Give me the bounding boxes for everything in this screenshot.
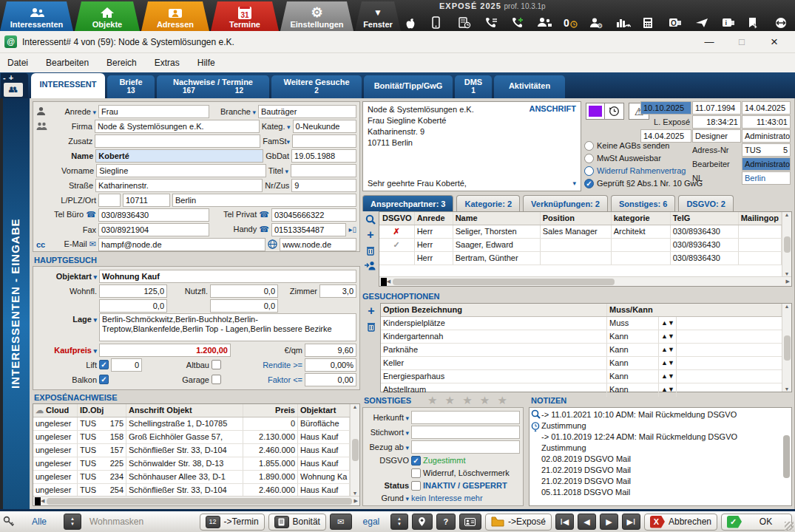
menu-hilfe[interactable]: Hilfe [197,58,215,68]
cc-label[interactable]: cc [36,240,48,249]
date-2-field[interactable]: 11.07.1994 [692,101,741,115]
faktor-field[interactable]: 0,00 [305,373,356,386]
mask-filter-stepper[interactable]: ▲▼ [64,514,81,530]
mailing-column-header[interactable]: Mailingop [739,212,782,225]
widerruf-loesch-checkbox[interactable] [411,468,421,478]
tab-dsgvo[interactable]: DSGVO: 2 [678,195,734,211]
expose-row[interactable]: ungeleser TUS157 Schönfließer Str. 33, D… [33,444,350,457]
chevron-down-icon[interactable]: ▾ [404,495,409,502]
preis-column-header[interactable]: Preis [243,404,298,417]
option-row[interactable]: ParknäheKann▲▼ [381,344,782,357]
stats-gauge-icon[interactable] [616,17,635,28]
chevron-down-icon[interactable]: ▾ [285,123,291,131]
tab-kategorie[interactable]: Kategorie: 2 [456,195,520,211]
vorname-field[interactable]: Siegline [96,164,266,177]
mask-filter-value[interactable]: Alle [18,516,60,527]
expose-row[interactable]: ungeleser TUS175 Schellingstraße 1, D-10… [33,417,350,431]
user-2-field[interactable]: Administrator [742,129,791,143]
tab-bonitaet-tipp-gwg[interactable]: Bonität/Tipp/GwG [364,75,453,98]
widerruf-checkbox[interactable] [584,166,594,176]
ribbon-tab-objekte[interactable]: Objekte [75,1,140,31]
table-header-row[interactable]: ☁ Cloud ID.Obj Anschrift Objekt Preis Ob… [33,404,350,417]
ansprechpartner-row[interactable]: ✗ Herr Seliger, Thorsten Sales Manager A… [379,225,782,239]
horizontal-scrollbar[interactable]: ◀▶ [33,496,359,505]
table-header-row[interactable]: DSGVO Anrede Name Position kategorie Tel… [379,212,782,225]
vertical-scrollbar[interactable]: ▲▼ [350,404,359,496]
expose-row[interactable]: ungeleser TUS234 Schönhauser Allee 33, D… [33,471,350,484]
remote-support-icon[interactable] [774,17,794,29]
ribbon-tab-adressen[interactable]: Adressen [141,1,209,31]
mwst-checkbox[interactable] [584,154,594,163]
history-button[interactable] [605,103,624,120]
nav-next-button[interactable]: ▶ [600,514,618,530]
land-field[interactable] [98,194,121,207]
bezugab-field[interactable] [411,440,520,454]
ansprechpartner-row[interactable]: Herr Bertram, Günther 030/8936430 [379,252,782,265]
call-add-icon[interactable] [511,17,530,28]
tab-nachweise-termine[interactable]: Nachweise / Termine16712 [157,75,269,98]
lift-checkbox[interactable]: ✓ [99,360,109,369]
objektart-column-header[interactable]: Objektart [298,404,350,417]
color-flag-button[interactable] [586,103,605,120]
idobj-column-header[interactable]: ID.Obj [78,404,126,417]
gwg-checkbox[interactable]: ✓ [584,179,594,188]
firma-field[interactable]: Node & Systemlösungen e.K. [95,120,260,133]
chevron-down-icon[interactable]: ▾ [404,444,409,451]
contact-card-button[interactable] [459,514,481,530]
titel-field[interactable] [291,164,356,177]
option-row[interactable]: KindergartennahKann▲▼ [381,330,782,344]
kateg-field[interactable]: 0-Neukunde [293,120,356,133]
date-created-field[interactable]: 10.10.2025 [640,101,691,115]
ribbon-tab-interessenten[interactable]: Interessenten [0,1,73,31]
chevron-down-icon[interactable]: ▾ [404,429,409,437]
wohnfl2-field[interactable]: 0,0 [99,299,167,313]
fax-field[interactable]: 030/8921904 [98,223,209,236]
objektart-field[interactable]: Wohnung Kauf [99,270,356,283]
dsgvo-column-header[interactable]: DSGVO [379,212,415,225]
nrzus-field[interactable]: 9 [291,179,356,192]
telg-column-header[interactable]: TelG [671,212,739,225]
option-row[interactable]: KellerKann▲▼ [381,357,782,370]
calculator-icon[interactable] [643,17,662,29]
website-field[interactable]: www.node.de [280,238,356,251]
mail-check-icon[interactable]: ✉ [330,514,352,530]
lift-count-field[interactable]: 0 [111,358,142,372]
gbdat-field[interactable]: 19.05.1988 [291,149,356,163]
updown-stepper-icon[interactable]: ▲▼ [659,344,677,356]
tab-weitere-gesuche[interactable]: Weitere Gesuche2 [271,75,362,98]
preview-icon[interactable] [365,214,376,225]
add-icon[interactable]: + [368,306,374,316]
note-time-icon[interactable] [531,422,540,432]
date-4-field[interactable]: 14.04.2025 [640,129,691,143]
herkunft-field[interactable] [411,411,520,424]
plz-field[interactable]: 10711 [123,194,170,207]
notizen-panel[interactable]: -> 11.01.2021 10:10 ADM: Mail Rückmeldun… [529,407,792,506]
tab-ansprechpartner[interactable]: Ansprechpartner: 3 [362,195,453,211]
kaufpreis-field[interactable]: 1.200,00 [99,344,231,357]
rendite-field[interactable]: 0,00% [305,358,356,372]
menu-extras[interactable]: Extras [155,58,180,68]
anrede-column-header[interactable]: Anrede [415,212,453,225]
collapse-icon[interactable]: - [3,73,9,82]
zugestimmt-checkbox[interactable]: ✓ [411,456,421,466]
report-clock-icon[interactable] [458,17,477,29]
anrede-field[interactable]: Frau [98,105,209,118]
lage-field[interactable]: Berlin-Schmöckwitz,Berlin-Buchholz,Berli… [99,313,356,341]
chevron-down-icon[interactable]: ▾ [572,180,576,187]
expose-row[interactable]: ungeleser TUS158 Groß Eichhöler Gasse 57… [33,431,350,444]
ort-field[interactable]: Berlin [172,194,356,207]
add-icon[interactable]: + [367,230,373,240]
note-search-icon[interactable] [531,409,541,419]
famst-field[interactable] [292,134,356,148]
user-settings-icon[interactable]: ⚙ [589,17,609,29]
close-button[interactable]: × [758,33,791,52]
chevron-down-icon[interactable]: ▾ [251,109,256,116]
tab-briefe[interactable]: Briefe13 [107,75,155,98]
contacts-icon[interactable] [537,17,556,28]
table-header-row[interactable]: Option Bezeichnung Muss/Kann [381,304,782,317]
ribbon-tab-einstellungen[interactable]: ⚙ Einstellungen [280,1,353,31]
option-row[interactable]: EnergiesparhausKann▲▼ [381,370,782,383]
chevron-down-icon[interactable]: ▾ [92,273,97,281]
termin-button[interactable]: 12 ->Termin [200,514,265,531]
kategorie-column-header[interactable]: kategorie [612,212,671,225]
